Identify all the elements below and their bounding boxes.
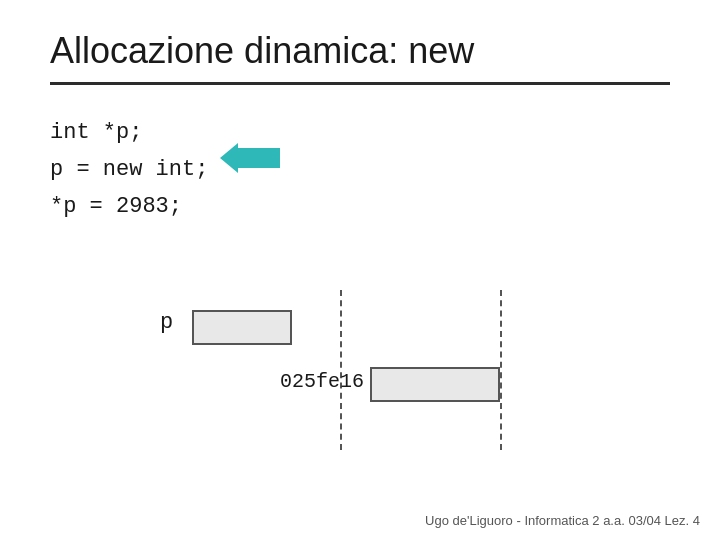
code-line-1: int *p; [50,115,670,150]
divider [50,82,670,85]
dashed-line-right [500,290,502,450]
slide-title: Allocazione dinamica: new [50,30,670,72]
value-box [370,367,500,402]
code-line-2: p = new int; [50,152,670,187]
address-label: 025fe16 [280,370,364,393]
footer-text: Ugo de'Liguoro - Informatica 2 a.a. 03/0… [425,513,700,528]
diagram-area: p 025fe16 [80,310,640,470]
arrow-icon [220,143,280,177]
p-variable-box [192,310,292,345]
code-line-3: *p = 2983; [50,189,670,224]
slide-container: Allocazione dinamica: new int *p; p = ne… [0,0,720,540]
p-variable-label: p [160,310,173,335]
code-block: int *p; p = new int; *p = 2983; [50,115,670,225]
